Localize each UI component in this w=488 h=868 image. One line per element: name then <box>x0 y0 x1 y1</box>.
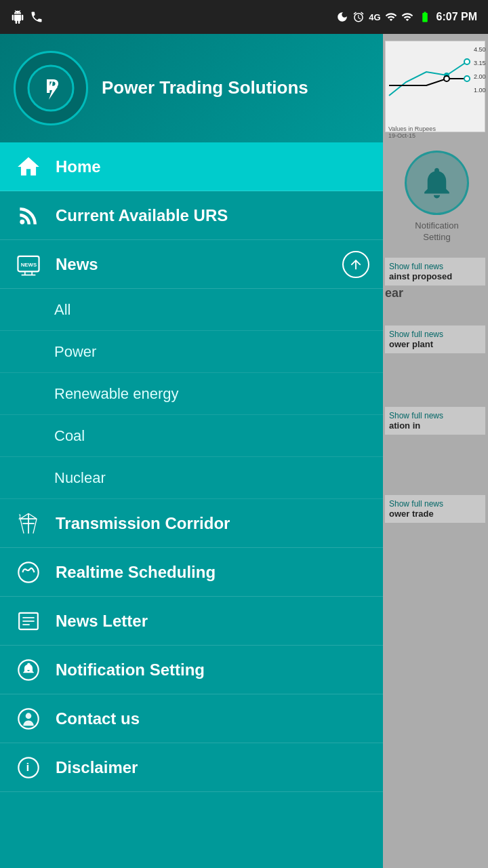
chart-date-label: 19-Oct-15 <box>386 132 485 139</box>
sidebar-item-news[interactable]: NEWS News <box>0 240 383 289</box>
sidebar-item-notification[interactable]: Notification Setting <box>0 646 383 694</box>
newsletter-label: News Letter <box>56 612 369 631</box>
home-label: Home <box>56 157 369 176</box>
svg-point-32 <box>26 713 32 719</box>
sidebar-subitem-coal[interactable]: Coal <box>0 415 383 457</box>
chart-area: 4.50 3.15 2.00 1.00 Values in Rupees 19-… <box>385 41 485 132</box>
rss-icon <box>14 201 43 231</box>
sidebar-item-disclaimer[interactable]: i Disclaimer <box>0 743 383 792</box>
show-full-3[interactable]: Show full news <box>389 411 481 420</box>
nuclear-label: Nuclear <box>54 469 106 487</box>
headline-1: ainst proposed <box>389 271 481 281</box>
battery-icon <box>418 11 432 23</box>
alarm-icon <box>352 11 365 23</box>
sidebar-item-transmission[interactable]: Transmission Corridor <box>0 499 383 548</box>
transmission-label: Transmission Corridor <box>56 514 369 533</box>
sidebar-subitem-renewable[interactable]: Renewable energy <box>0 373 383 415</box>
home-icon <box>14 152 43 182</box>
news-icon: NEWS <box>14 250 43 279</box>
status-icons-right: 4G 6:07 PM <box>336 11 477 23</box>
news-item-right-4: Show full news ower trade <box>385 495 485 523</box>
svg-line-20 <box>20 519 24 534</box>
headline-4: ower trade <box>389 509 481 519</box>
app-container: Login 4.50 3.15 2.00 1.00 Values in Rupe… <box>0 34 488 868</box>
svg-point-7 <box>464 76 470 81</box>
svg-text:1.00: 1.00 <box>474 87 486 94</box>
newsletter-icon <box>14 606 43 636</box>
svg-line-21 <box>33 519 37 534</box>
notification-icon <box>14 655 43 685</box>
drawer-header: P Power Trading Solutions <box>0 34 383 142</box>
svg-text:i: i <box>26 760 30 774</box>
sidebar-item-contact[interactable]: Contact us <box>0 694 383 743</box>
time-display: 6:07 PM <box>436 11 477 23</box>
phone-icon <box>30 10 43 24</box>
realtime-label: Realtime Scheduling <box>56 563 369 582</box>
urs-label: Current Available URS <box>56 206 369 225</box>
sidebar-subitem-nuclear[interactable]: Nuclear <box>0 457 383 499</box>
sidebar-item-urs[interactable]: Current Available URS <box>0 191 383 240</box>
signal-icon-1 <box>385 11 397 23</box>
moon-icon <box>336 11 348 23</box>
disclaimer-label: Disclaimer <box>56 758 369 777</box>
svg-text:3.15: 3.15 <box>474 60 486 66</box>
news-item-right-1: Show full news ainst proposed <box>385 258 485 285</box>
realtime-icon <box>14 557 43 587</box>
sidebar-item-home[interactable]: Home <box>0 142 383 191</box>
chart-values-label: Values in Rupees <box>386 125 485 132</box>
transmission-icon <box>14 509 43 538</box>
app-title: Power Trading Solutions <box>102 77 308 100</box>
sidebar-item-newsletter[interactable]: News Letter <box>0 597 383 646</box>
renewable-label: Renewable energy <box>54 385 178 403</box>
notification-setting-label: NotificationSetting <box>415 220 458 243</box>
signal-icon-2 <box>401 11 413 23</box>
all-label: All <box>54 301 70 319</box>
headline-3: ation in <box>389 420 481 431</box>
news-item-right-2: Show full news ower plant <box>385 326 485 353</box>
svg-point-25 <box>18 562 38 582</box>
headline-2: ower plant <box>389 339 481 349</box>
coal-label: Coal <box>54 427 85 445</box>
svg-line-22 <box>20 513 28 519</box>
notification-label: Notification Setting <box>56 660 369 679</box>
sidebar-item-realtime[interactable]: Realtime Scheduling <box>0 548 383 597</box>
show-full-4[interactable]: Show full news <box>389 499 481 509</box>
sidebar-subitem-power[interactable]: Power <box>0 331 383 373</box>
power-label: Power <box>54 343 96 361</box>
svg-point-5 <box>444 76 449 81</box>
svg-text:NEWS: NEWS <box>21 261 37 267</box>
show-full-1[interactable]: Show full news <box>389 262 481 271</box>
sidebar-subitem-all[interactable]: All <box>0 289 383 331</box>
svg-line-23 <box>28 513 37 519</box>
status-bar: 4G 6:07 PM <box>0 0 488 34</box>
svg-point-6 <box>464 59 470 64</box>
notification-circle <box>405 151 469 215</box>
sidebar-drawer: P Power Trading Solutions Home <box>0 34 383 868</box>
news-item-right-3: Show full news ation in <box>385 407 485 435</box>
android-icon <box>11 10 24 24</box>
network-4g: 4G <box>369 12 380 22</box>
svg-text:4.50: 4.50 <box>474 46 486 53</box>
contact-icon <box>14 704 43 734</box>
news-label: News <box>56 255 330 274</box>
app-logo: P <box>14 51 88 125</box>
ear-label: ear <box>385 286 403 300</box>
notification-setting-button[interactable]: NotificationSetting <box>388 139 486 254</box>
news-arrow-circle <box>342 251 369 278</box>
svg-point-11 <box>20 219 24 224</box>
contact-label: Contact us <box>56 709 369 728</box>
disclaimer-icon: i <box>14 753 43 783</box>
show-full-2[interactable]: Show full news <box>389 330 481 339</box>
status-icons-left <box>11 10 43 24</box>
svg-text:2.00: 2.00 <box>474 73 486 80</box>
